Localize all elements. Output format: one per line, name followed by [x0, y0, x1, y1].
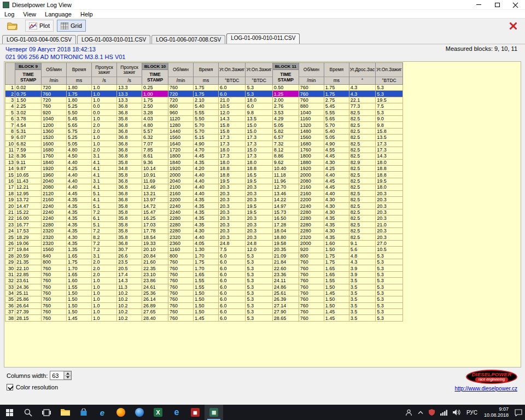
grid-cell[interactable]: 6.57 — [272, 135, 299, 141]
grid-cell[interactable]: 82.5 — [349, 190, 375, 196]
grid-cell[interactable]: 36.8 — [117, 197, 142, 203]
grid-cell[interactable]: 18.8 — [246, 166, 272, 172]
grid-cell[interactable]: 35.8 — [117, 159, 142, 165]
row-number[interactable]: 23 — [5, 221, 15, 228]
grid-cell[interactable]: 5.65 — [324, 115, 349, 121]
grid-cell[interactable]: 35.8 — [117, 209, 142, 215]
grid-cell[interactable]: 1.65 — [194, 271, 219, 277]
grid-cell[interactable]: 4.90 — [194, 141, 219, 147]
taskbar-icon-browser[interactable] — [130, 405, 149, 420]
grid-cell[interactable]: 14.3 — [376, 153, 402, 159]
csv-tab[interactable]: LOG-01-006-007-008.CSV — [151, 35, 225, 44]
grid-cell[interactable]: 1.0 — [92, 135, 117, 141]
grid-cell[interactable]: 17.3 — [219, 135, 246, 141]
grid-cell[interactable]: 15.22 — [15, 209, 42, 215]
grid-cell[interactable]: 2160 — [168, 190, 194, 196]
grid-cell[interactable]: 6.0 — [219, 296, 246, 302]
row-number[interactable]: 3 — [5, 97, 15, 103]
grid-cell[interactable]: 18.04 — [272, 228, 299, 234]
row-number[interactable]: 4 — [5, 103, 15, 109]
taskbar-icon-explorer[interactable] — [56, 405, 74, 420]
grid-cell[interactable]: 2040 — [42, 178, 67, 184]
row-number[interactable]: 15 — [5, 172, 15, 178]
grid-cell[interactable]: 760 — [299, 97, 324, 103]
grid-cell[interactable]: 760 — [168, 302, 194, 308]
grid-cell[interactable]: 4.30 — [324, 159, 349, 165]
grid-cell[interactable]: 7.2 — [92, 247, 117, 253]
grid-cell[interactable]: 2320 — [42, 228, 67, 234]
grid-cell[interactable]: 13.3 — [117, 91, 142, 97]
grid-cell[interactable]: 1.50 — [15, 97, 42, 103]
grid-cell[interactable]: 19.5 — [246, 209, 272, 215]
grid-cell[interactable]: 2240 — [168, 209, 194, 215]
menu-item-language[interactable]: Language — [40, 11, 76, 18]
grid-cell[interactable]: 15.0 — [246, 122, 272, 128]
grid-cell[interactable]: 7.07 — [142, 141, 168, 147]
menu-item-view[interactable]: View — [19, 11, 40, 18]
row-number[interactable]: 25 — [5, 234, 15, 240]
grid-cell[interactable]: 760 — [168, 265, 194, 271]
grid-cell[interactable]: 1.75 — [194, 91, 219, 97]
grid-cell[interactable]: 2.0 — [92, 271, 117, 277]
grid-cell[interactable]: 2000 — [299, 240, 324, 246]
grid-cell[interactable]: 5.3 — [246, 271, 272, 277]
grid-cell[interactable]: 2280 — [299, 221, 324, 228]
spinner-up-button[interactable] — [64, 371, 71, 376]
grid-cell[interactable]: 5.57 — [142, 128, 168, 134]
grid-cell[interactable]: 1.75 — [67, 259, 92, 265]
grid-cell[interactable]: 35.8 — [117, 172, 142, 178]
grid-cell[interactable]: 10.2 — [117, 315, 142, 321]
grid-cell[interactable]: 26.6 — [117, 253, 142, 259]
grid-cell[interactable]: 1.80 — [67, 85, 92, 91]
grid-cell[interactable]: 2280 — [299, 209, 324, 215]
grid-cell[interactable]: 920 — [42, 109, 67, 115]
grid-cell[interactable]: 920 — [299, 247, 324, 253]
grid-cell[interactable]: 4.35 — [194, 203, 219, 209]
grid-cell[interactable]: 13.5 — [246, 115, 272, 121]
grid-cell[interactable]: 9.62 — [272, 159, 299, 165]
row-number[interactable]: 14 — [5, 166, 15, 172]
grid-cell[interactable]: 0.0 — [92, 103, 117, 109]
grid-cell[interactable]: 1160 — [299, 115, 324, 121]
grid-cell[interactable]: 1560 — [299, 135, 324, 141]
grid-cell[interactable]: 5.82 — [272, 128, 299, 134]
grid-cell[interactable]: 16.50 — [272, 215, 299, 221]
grid-cell[interactable]: 18.54 — [142, 234, 168, 240]
grid-cell[interactable]: 3.1 — [92, 178, 117, 184]
grid-cell[interactable]: 20.3 — [246, 215, 272, 221]
grid-cell[interactable]: 20.3 — [219, 234, 246, 240]
row-number[interactable]: 16 — [5, 178, 15, 184]
grid-cell[interactable]: 4.90 — [324, 141, 349, 147]
grid-cell[interactable]: 6.32 — [142, 135, 168, 141]
grid-cell[interactable]: 1.55 — [194, 284, 219, 290]
grid-cell[interactable]: 4.35 — [324, 234, 349, 240]
grid-cell[interactable]: 2240 — [42, 215, 67, 221]
grid-cell[interactable]: 82.5 — [349, 215, 375, 221]
grid-cell[interactable]: 36.8 — [117, 122, 142, 128]
grid-cell[interactable]: 17.3 — [246, 141, 272, 147]
grid-cell[interactable]: 2.75 — [324, 97, 349, 103]
grid-cell[interactable]: 12.46 — [142, 184, 168, 190]
grid-cell[interactable]: 34.8 — [117, 166, 142, 172]
grid-cell[interactable]: 4.20 — [194, 166, 219, 172]
row-number[interactable]: 20 — [5, 203, 15, 209]
grid-cell[interactable]: 1920 — [299, 166, 324, 172]
grid-cell[interactable]: 82.5 — [349, 166, 375, 172]
grid-cell[interactable]: 11.3 — [117, 284, 142, 290]
grid-cell[interactable]: 5.40 — [324, 128, 349, 134]
grid-cell[interactable]: 4.45 — [67, 190, 92, 196]
row-number[interactable]: 35 — [5, 296, 15, 302]
spinner-down-button[interactable] — [64, 376, 71, 380]
grid-cell[interactable]: 20.3 — [219, 197, 246, 203]
grid-cell[interactable]: 10.2 — [117, 302, 142, 308]
grid-cell[interactable]: 4.40 — [194, 190, 219, 196]
grid-cell[interactable]: 4.05 — [194, 240, 219, 246]
grid-cell[interactable]: 760 — [168, 284, 194, 290]
grid-cell[interactable]: 1440 — [168, 128, 194, 134]
grid-cell[interactable]: 23.86 — [142, 278, 168, 284]
grid-cell[interactable]: 1.80 — [67, 97, 92, 103]
grid-cell[interactable]: 82.5 — [349, 228, 375, 234]
grid-cell[interactable]: 1.60 — [67, 278, 92, 284]
grid-cell[interactable]: 4.3 — [349, 85, 375, 91]
row-number[interactable]: 1 — [5, 85, 15, 91]
